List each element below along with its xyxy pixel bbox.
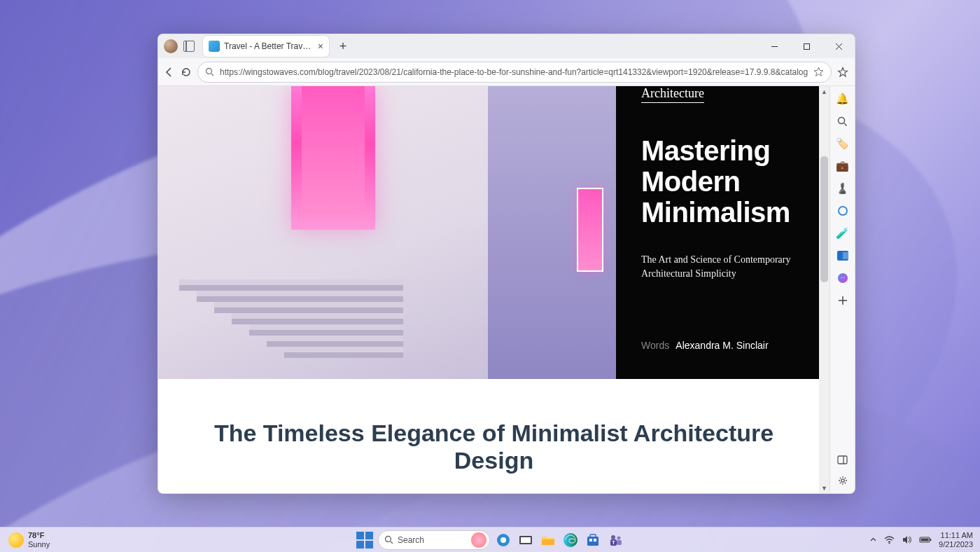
sidebar-search-icon[interactable]	[836, 114, 850, 128]
hero-title: Mastering Modern Minimalism	[641, 135, 804, 228]
tab-close-icon[interactable]: ×	[318, 41, 323, 51]
svg-rect-25	[521, 537, 531, 543]
svg-point-14	[839, 207, 847, 215]
svg-text:T: T	[612, 539, 615, 546]
svg-point-4	[206, 69, 212, 74]
sidebar-settings-icon[interactable]	[836, 474, 850, 488]
page-content: Architecture Mastering Modern Minimalism…	[158, 86, 830, 493]
briefcase-icon[interactable]: 💼	[836, 159, 850, 173]
url-text: https://wingstowaves.com/blog/travel/202…	[220, 67, 808, 77]
desktop-background: Travel - A Better Travel Experience × + …	[0, 0, 980, 552]
collections-button[interactable]	[854, 62, 855, 82]
sidebar-add-icon[interactable]	[836, 294, 850, 308]
hero-category: Architecture	[641, 86, 704, 103]
window-close-button[interactable]	[822, 34, 855, 58]
hero-author: Words Alexandra M. Sinclair	[641, 340, 804, 351]
svg-rect-40	[921, 539, 929, 541]
svg-point-37	[889, 542, 890, 544]
svg-rect-31	[594, 539, 596, 541]
teams-app-icon[interactable]: T	[606, 531, 624, 549]
weather-sun-icon	[8, 532, 24, 548]
hero-image	[158, 86, 616, 379]
scroll-down-arrow[interactable]: ▼	[819, 483, 830, 493]
copilot-app-icon[interactable]	[494, 531, 512, 549]
address-bar[interactable]: https://wingstowaves.com/blog/travel/202…	[197, 62, 832, 83]
start-button[interactable]	[356, 531, 374, 549]
nav-bar: https://wingstowaves.com/blog/travel/202…	[158, 58, 855, 86]
taskbar: 78°F Sunny Search T 11:11 AM	[0, 527, 980, 552]
hero-text-panel: Architecture Mastering Modern Minimalism…	[616, 86, 830, 379]
search-icon	[205, 67, 214, 76]
copilot-icon[interactable]	[836, 204, 850, 218]
taskbar-search[interactable]: Search	[378, 530, 490, 550]
svg-line-13	[844, 123, 847, 126]
search-highlight-icon	[471, 532, 486, 548]
back-button[interactable]	[164, 62, 175, 82]
sidebar-panel-icon[interactable]	[836, 453, 850, 467]
svg-rect-35	[617, 540, 622, 545]
profile-avatar[interactable]	[164, 39, 178, 53]
task-view-icon[interactable]	[517, 531, 535, 549]
chess-icon[interactable]: ♟️	[836, 181, 850, 195]
svg-point-33	[617, 536, 621, 539]
article-heading: The Timeless Elegance of Minimalist Arch…	[207, 420, 780, 474]
taskbar-center: Search T	[356, 530, 624, 550]
taskbar-tray: 11:11 AM 9/21/2023	[869, 531, 973, 548]
file-explorer-icon[interactable]	[539, 531, 557, 549]
browser-tab[interactable]: Travel - A Better Travel Experience ×	[203, 36, 329, 57]
window-maximize-button[interactable]	[790, 34, 822, 58]
svg-rect-28	[587, 537, 598, 546]
svg-line-5	[211, 74, 214, 76]
refresh-button[interactable]	[181, 62, 192, 82]
edge-sidebar: 🔔 🏷️ 💼 ♟️ 🧪	[830, 86, 855, 493]
tab-favicon	[209, 41, 220, 52]
title-bar: Travel - A Better Travel Experience × +	[158, 34, 855, 58]
svg-point-20	[841, 479, 844, 482]
favorites-button[interactable]	[837, 62, 848, 82]
edge-app-icon[interactable]	[561, 531, 580, 549]
svg-rect-39	[930, 539, 932, 541]
svg-rect-26	[542, 539, 554, 545]
taskbar-clock[interactable]: 11:11 AM 9/21/2023	[939, 531, 973, 548]
article-section: The Timeless Elegance of Minimalist Arch…	[158, 379, 830, 493]
store-app-icon[interactable]	[584, 531, 602, 549]
svg-point-15	[838, 273, 848, 283]
scroll-thumb[interactable]	[820, 156, 828, 282]
hero-section: Architecture Mastering Modern Minimalism…	[158, 86, 830, 379]
new-tab-button[interactable]: +	[335, 39, 351, 54]
svg-point-12	[839, 117, 845, 123]
notifications-icon[interactable]: 🔔	[836, 92, 850, 106]
volume-icon[interactable]	[902, 535, 912, 544]
messenger-icon[interactable]	[836, 271, 850, 285]
window-minimize-button[interactable]	[758, 34, 790, 58]
tab-actions-icon[interactable]	[183, 41, 195, 52]
taskbar-weather[interactable]: 78°F Sunny	[8, 531, 50, 548]
wifi-icon[interactable]	[884, 536, 895, 544]
svg-rect-29	[590, 534, 596, 537]
tag-icon[interactable]: 🏷️	[836, 137, 850, 151]
svg-point-21	[386, 537, 391, 542]
design-icon[interactable]: 🧪	[836, 226, 850, 240]
tab-title: Travel - A Better Travel Experience	[224, 41, 314, 51]
favorite-star-icon[interactable]	[813, 67, 824, 77]
browser-window: Travel - A Better Travel Experience × + …	[158, 34, 855, 494]
page-scrollbar[interactable]: ▲ ▼	[819, 86, 830, 493]
hero-subtitle: The Art and Science of Contemporary Arch…	[641, 253, 804, 280]
svg-rect-30	[589, 539, 592, 541]
svg-rect-1	[804, 43, 809, 49]
outlook-icon[interactable]	[836, 249, 850, 263]
tray-chevron-icon[interactable]	[869, 536, 877, 544]
scroll-up-arrow[interactable]: ▲	[819, 86, 830, 97]
battery-icon[interactable]	[919, 536, 932, 544]
search-icon	[384, 535, 393, 544]
svg-rect-18	[838, 456, 847, 464]
svg-line-22	[391, 541, 393, 544]
